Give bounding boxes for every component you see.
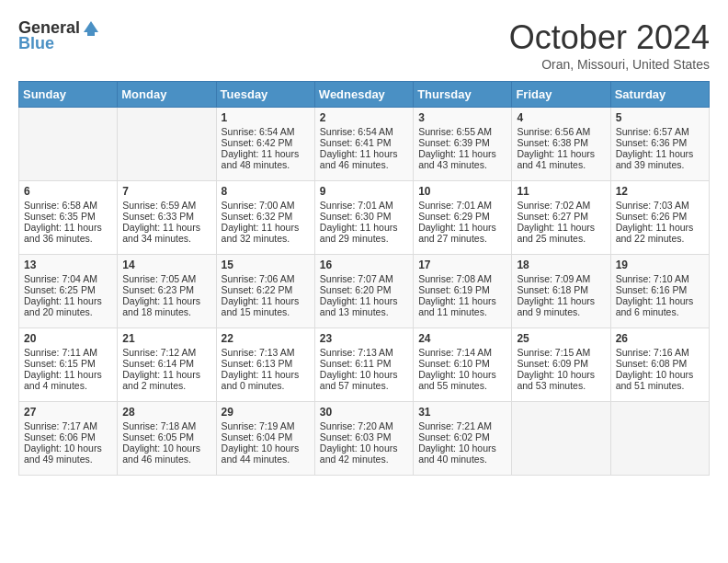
sunrise-text: Sunrise: 7:04 AM	[24, 273, 112, 284]
calendar-cell: 18Sunrise: 7:09 AMSunset: 6:18 PMDayligh…	[512, 255, 610, 328]
sunrise-text: Sunrise: 7:02 AM	[517, 200, 605, 211]
day-number: 28	[122, 406, 210, 419]
weekday-header: Saturday	[610, 82, 709, 108]
day-number: 21	[122, 332, 210, 345]
daylight-text: Daylight: 11 hours and 29 minutes.	[320, 222, 408, 244]
daylight-text: Daylight: 10 hours and 46 minutes.	[122, 442, 210, 465]
daylight-text: Daylight: 11 hours and 15 minutes.	[222, 295, 310, 317]
calendar-cell: 3Sunrise: 6:55 AMSunset: 6:39 PMDaylight…	[414, 108, 512, 181]
sunrise-text: Sunrise: 6:56 AM	[517, 126, 605, 137]
sunrise-text: Sunrise: 6:57 AM	[616, 126, 704, 137]
sunrise-text: Sunrise: 6:54 AM	[320, 126, 408, 137]
daylight-text: Daylight: 11 hours and 48 minutes.	[222, 148, 310, 170]
calendar-cell: 16Sunrise: 7:07 AMSunset: 6:20 PMDayligh…	[314, 255, 413, 328]
sunset-text: Sunset: 6:05 PM	[122, 431, 210, 442]
sunset-text: Sunset: 6:02 PM	[418, 431, 506, 442]
calendar-cell: 20Sunrise: 7:11 AMSunset: 6:15 PMDayligh…	[19, 328, 118, 402]
daylight-text: Daylight: 11 hours and 25 minutes.	[517, 222, 605, 244]
sunset-text: Sunset: 6:29 PM	[418, 211, 506, 222]
calendar-cell: 17Sunrise: 7:08 AMSunset: 6:19 PMDayligh…	[414, 255, 512, 328]
day-number: 4	[517, 111, 605, 124]
day-number: 9	[320, 185, 408, 198]
sunset-text: Sunset: 6:11 PM	[320, 358, 408, 369]
day-number: 19	[616, 259, 704, 271]
day-number: 2	[320, 111, 408, 124]
day-number: 18	[517, 259, 605, 271]
calendar-cell: 1Sunrise: 6:54 AMSunset: 6:42 PMDaylight…	[216, 108, 314, 181]
sunset-text: Sunset: 6:10 PM	[418, 358, 506, 369]
weekday-header: Tuesday	[216, 82, 314, 108]
day-number: 27	[24, 406, 112, 419]
calendar-cell: 30Sunrise: 7:20 AMSunset: 6:03 PMDayligh…	[314, 402, 413, 476]
location-subtitle: Oran, Missouri, United States	[509, 57, 710, 72]
sunset-text: Sunset: 6:04 PM	[222, 431, 310, 442]
sunrise-text: Sunrise: 7:13 AM	[320, 347, 408, 358]
day-number: 29	[222, 406, 310, 419]
day-number: 24	[418, 332, 506, 345]
calendar-cell: 2Sunrise: 6:54 AMSunset: 6:41 PMDaylight…	[314, 108, 413, 181]
calendar-cell: 11Sunrise: 7:02 AMSunset: 6:27 PMDayligh…	[512, 181, 610, 255]
sunrise-text: Sunrise: 7:20 AM	[320, 420, 408, 431]
calendar-week-row: 13Sunrise: 7:04 AMSunset: 6:25 PMDayligh…	[19, 255, 710, 328]
sunset-text: Sunset: 6:36 PM	[616, 137, 704, 148]
calendar-table: SundayMondayTuesdayWednesdayThursdayFrid…	[18, 81, 710, 476]
day-number: 12	[616, 185, 704, 198]
sunrise-text: Sunrise: 7:07 AM	[320, 273, 408, 284]
daylight-text: Daylight: 10 hours and 57 minutes.	[320, 369, 408, 391]
daylight-text: Daylight: 10 hours and 51 minutes.	[616, 369, 704, 391]
calendar-cell: 29Sunrise: 7:19 AMSunset: 6:04 PMDayligh…	[216, 402, 314, 476]
day-number: 1	[222, 111, 310, 124]
sunset-text: Sunset: 6:41 PM	[320, 137, 408, 148]
calendar-cell: 8Sunrise: 7:00 AMSunset: 6:32 PMDaylight…	[216, 181, 314, 255]
sunset-text: Sunset: 6:30 PM	[320, 211, 408, 222]
calendar-cell: 7Sunrise: 6:59 AMSunset: 6:33 PMDaylight…	[118, 181, 216, 255]
sunrise-text: Sunrise: 7:13 AM	[222, 347, 310, 358]
daylight-text: Daylight: 11 hours and 0 minutes.	[222, 369, 310, 391]
sunrise-text: Sunrise: 7:14 AM	[418, 347, 506, 358]
sunrise-text: Sunrise: 7:09 AM	[517, 273, 605, 284]
sunrise-text: Sunrise: 6:58 AM	[24, 200, 112, 211]
daylight-text: Daylight: 11 hours and 46 minutes.	[320, 148, 408, 170]
day-number: 22	[222, 332, 310, 345]
day-number: 26	[616, 332, 704, 345]
daylight-text: Daylight: 10 hours and 49 minutes.	[24, 442, 112, 465]
calendar-cell	[512, 402, 610, 476]
sunrise-text: Sunrise: 7:01 AM	[320, 200, 408, 211]
calendar-cell	[19, 108, 118, 181]
day-number: 10	[418, 185, 506, 198]
sunset-text: Sunset: 6:27 PM	[517, 211, 605, 222]
daylight-text: Daylight: 10 hours and 44 minutes.	[222, 442, 310, 465]
weekday-header: Sunday	[19, 82, 118, 108]
weekday-header: Thursday	[414, 82, 512, 108]
month-title: October 2024	[509, 18, 710, 57]
logo-blue-text: Blue	[18, 34, 54, 53]
daylight-text: Daylight: 10 hours and 55 minutes.	[418, 369, 506, 391]
calendar-cell: 13Sunrise: 7:04 AMSunset: 6:25 PMDayligh…	[19, 255, 118, 328]
sunset-text: Sunset: 6:38 PM	[517, 137, 605, 148]
sunrise-text: Sunrise: 7:01 AM	[418, 200, 506, 211]
sunset-text: Sunset: 6:20 PM	[320, 284, 408, 295]
sunrise-text: Sunrise: 7:12 AM	[122, 347, 210, 358]
calendar-cell: 15Sunrise: 7:06 AMSunset: 6:22 PMDayligh…	[216, 255, 314, 328]
daylight-text: Daylight: 11 hours and 32 minutes.	[222, 222, 310, 244]
sunset-text: Sunset: 6:18 PM	[517, 284, 605, 295]
day-number: 6	[24, 185, 112, 198]
calendar-cell: 22Sunrise: 7:13 AMSunset: 6:13 PMDayligh…	[216, 328, 314, 402]
calendar-cell	[118, 108, 216, 181]
daylight-text: Daylight: 11 hours and 27 minutes.	[418, 222, 506, 244]
weekday-header: Monday	[118, 82, 216, 108]
daylight-text: Daylight: 11 hours and 39 minutes.	[616, 148, 704, 170]
day-number: 17	[418, 259, 506, 271]
day-number: 11	[517, 185, 605, 198]
calendar-cell: 27Sunrise: 7:17 AMSunset: 6:06 PMDayligh…	[19, 402, 118, 476]
sunrise-text: Sunrise: 6:59 AM	[122, 200, 210, 211]
calendar-week-row: 1Sunrise: 6:54 AMSunset: 6:42 PMDaylight…	[19, 108, 710, 181]
sunset-text: Sunset: 6:16 PM	[616, 284, 704, 295]
sunrise-text: Sunrise: 7:17 AM	[24, 420, 112, 431]
page-header: General Blue October 2024 Oran, Missouri…	[18, 18, 710, 72]
day-number: 30	[320, 406, 408, 419]
calendar-week-row: 20Sunrise: 7:11 AMSunset: 6:15 PMDayligh…	[19, 328, 710, 402]
logo-icon	[82, 19, 100, 38]
day-number: 25	[517, 332, 605, 345]
sunrise-text: Sunrise: 6:55 AM	[418, 126, 506, 137]
